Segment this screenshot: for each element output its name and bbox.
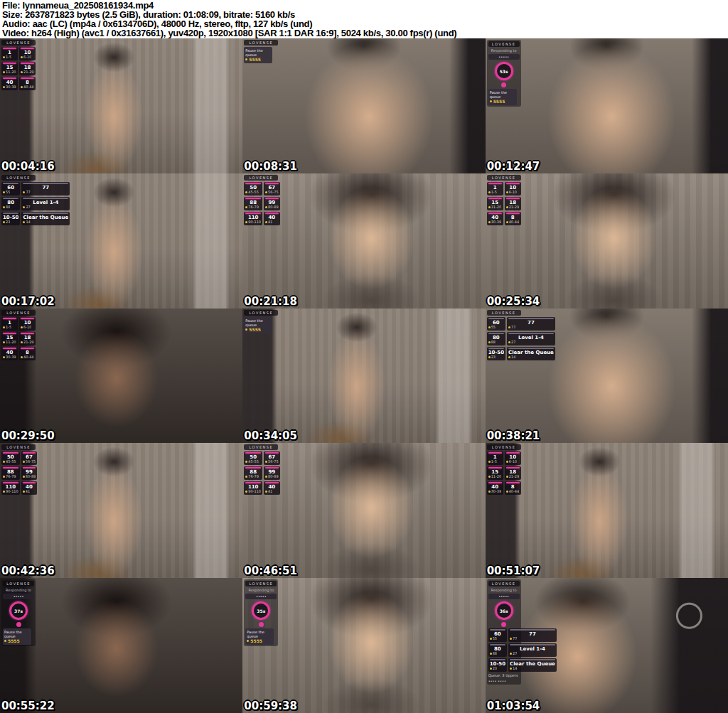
vibrate-dot-icon: [259, 622, 264, 627]
tip-menu-tile: 9980-89: [264, 466, 280, 480]
tile-amount: 50: [245, 454, 261, 460]
tip-menu: 11-5106-101511-201821-294030-39840-44: [487, 182, 521, 225]
tile-range-row: 40-44: [21, 355, 34, 359]
video-thumbnail: LOVENSE 11-5106-101511-201821-294030-398…: [486, 173, 728, 309]
tile-header-bar: [488, 183, 502, 184]
video-thumbnail: LOVENSE Pause the queue5555 00:34:05: [242, 309, 485, 444]
tile-range: 23: [493, 667, 497, 670]
tile-range-row: 55: [488, 326, 504, 329]
tip-menu: 5045-556756-758876-799980-8911090-110404…: [1, 451, 36, 495]
tile-range: 14: [26, 220, 30, 224]
lovense-overlay: LOVENSE 11-5106-101511-201821-294030-398…: [1, 310, 36, 360]
thumbnail-image: [0, 309, 242, 444]
tile-range: 6-10: [23, 55, 31, 59]
tile-header-bar: [21, 333, 34, 334]
pause-tooltip: Pause the queue5555: [244, 317, 272, 333]
tile-header-bar: [506, 452, 520, 454]
tooltip-title: Pause the queue: [245, 318, 271, 327]
countdown-ring: 53s: [495, 62, 513, 80]
tile-header-bar: [488, 213, 502, 214]
tile-amount: 15: [488, 200, 502, 205]
token-dot-icon: [245, 328, 247, 331]
tip-menu-tile: 7777: [21, 182, 70, 195]
tile-range: 76-79: [248, 475, 259, 478]
tile-range-row: 23: [488, 355, 504, 359]
tooltip-value: 5555: [8, 638, 20, 643]
tile-header-bar: [23, 467, 36, 468]
video-thumbnail: LOVENSE Responding to•••••37sPause the q…: [0, 578, 242, 713]
token-dot-icon: [510, 638, 512, 640]
tile-header-bar: [265, 452, 279, 454]
tip-menu-tile: 4030-39: [1, 347, 18, 360]
lovense-brand-label: LOVENSE: [487, 175, 521, 181]
tile-range: 56-75: [26, 460, 36, 463]
tip-menu-tile: 11090-110: [244, 212, 262, 225]
tile-amount: 60: [3, 185, 18, 191]
tile-range: 6-10: [509, 191, 517, 194]
tile-range-row: 1-5: [488, 460, 502, 463]
video-thumbnail: LOVENSE Pause the queue5555 00:08:31: [242, 38, 485, 173]
lovense-brand-label: LOVENSE: [245, 581, 277, 586]
tile-range: 90-110: [248, 220, 261, 224]
tile-header-bar: [21, 318, 34, 319]
tile-range-row: 88: [488, 341, 504, 344]
tile-range: 40-44: [509, 220, 520, 224]
tile-range: 40-44: [23, 85, 34, 89]
tile-range-row: 27: [508, 341, 554, 344]
tile-header-icon: [490, 644, 505, 645]
token-dot-icon: [3, 341, 5, 343]
tile-header-icon: [488, 318, 504, 319]
tile-header-bar: [506, 482, 520, 483]
tile-range: 55: [6, 191, 10, 194]
tile-range: 6-10: [509, 460, 517, 463]
tile-range: 1-5: [491, 460, 497, 463]
tip-menu: 605577778088Level 1-42710-5023Clear the …: [488, 628, 520, 672]
token-dot-icon: [3, 191, 5, 193]
thumbnail-image: [486, 38, 728, 173]
tile-range-row: 14: [508, 355, 554, 359]
tile-amount: 8: [21, 350, 34, 355]
token-dot-icon: [4, 640, 6, 642]
tile-range-row: 45-55: [245, 191, 261, 194]
responding-label: Responding to: [488, 48, 520, 53]
tile-range: 1-5: [491, 191, 497, 194]
tile-range-row: 77: [23, 191, 68, 194]
token-dot-icon: [3, 326, 5, 328]
tile-header-bar: [265, 467, 279, 468]
tooltip-value-row: 5555: [245, 327, 271, 332]
tile-range-row: 41: [265, 220, 279, 224]
tile-range: 27: [26, 205, 30, 209]
tip-menu-tile: 106-10: [19, 317, 36, 331]
timestamp-label: 00:04:16: [1, 160, 55, 173]
file-info-line-video: Video: h264 (High) (avc1 / 0x31637661), …: [2, 28, 726, 38]
lovense-brand-label: LOVENSE: [487, 310, 521, 316]
thumbnail-image: [242, 38, 485, 173]
tile-range-row: 76-79: [3, 475, 18, 478]
lovense-brand-label: LOVENSE: [487, 444, 521, 450]
thumbnail-grid: LOVENSE 11-5106-101511-201821-294030-398…: [0, 38, 728, 713]
tile-header-bar: [265, 213, 279, 214]
tile-range-row: 55: [3, 191, 18, 194]
tile-range-row: 6-10: [21, 55, 34, 59]
tile-header-icon: [510, 644, 555, 645]
tile-header-bar: [245, 198, 261, 199]
token-dot-icon: [506, 490, 508, 493]
tile-range: 23: [6, 220, 10, 224]
tip-menu-tile: 8088: [488, 643, 507, 657]
tile-header-icon: [490, 629, 505, 631]
tile-header-bar: [21, 48, 34, 49]
tile-amount: 60: [488, 320, 504, 326]
tile-range: 1-5: [6, 55, 11, 59]
username-badge: •••••: [245, 594, 277, 599]
timestamp-label: 00:46:51: [244, 564, 297, 577]
tile-range: 40-44: [23, 355, 34, 359]
tile-range-row: 41: [23, 490, 36, 493]
tip-menu-tile: 106-10: [19, 47, 36, 60]
tip-menu-tile: 11-5: [487, 182, 503, 195]
tile-range-row: 40-44: [21, 85, 34, 89]
tile-range-row: 30-39: [488, 490, 502, 493]
token-dot-icon: [488, 356, 491, 358]
token-dot-icon: [23, 221, 25, 223]
username-badge: •••••: [488, 54, 520, 60]
tip-menu-tile: 8876-79: [1, 466, 20, 480]
